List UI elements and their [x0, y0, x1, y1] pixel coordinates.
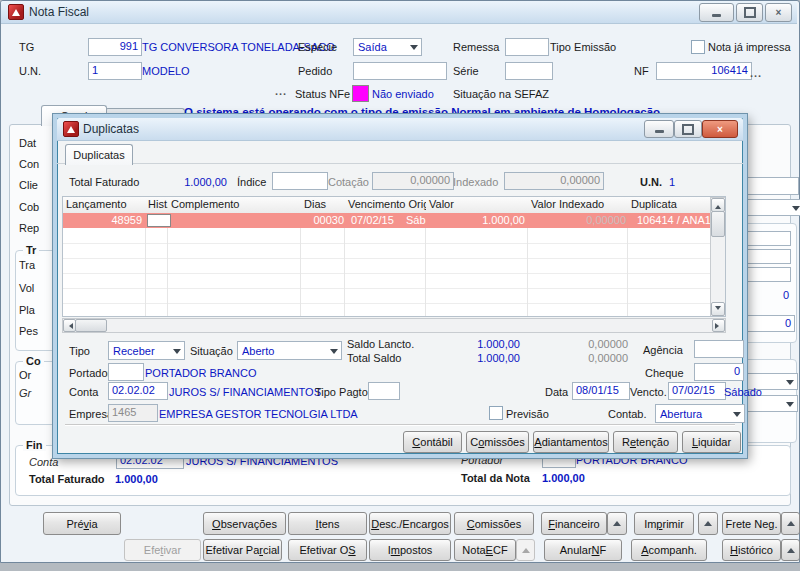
scroll-right-button[interactable] [712, 319, 725, 332]
agencia-input[interactable] [694, 340, 744, 358]
acompanh-button[interactable]: Acompanh. [631, 539, 707, 561]
col-header-dias[interactable]: Dias [301, 197, 349, 214]
dlg-un-label: U.N. [640, 176, 662, 188]
nota-impressa-checkbox[interactable] [691, 40, 705, 54]
nf-input[interactable]: 106414 [656, 62, 752, 80]
cotacao-input[interactable]: 0,00000 [372, 172, 454, 190]
contab-combo[interactable]: Abertura [655, 404, 745, 423]
main-title-bar[interactable]: Nota Fiscal × [1, 1, 797, 24]
scroll-up-button[interactable] [711, 198, 725, 212]
pedido-input[interactable] [353, 62, 447, 80]
bg-right-input-1[interactable] [743, 231, 791, 246]
bg-label-cobranca: Cob [19, 201, 55, 213]
nf-label: NF [634, 65, 649, 77]
previsao-checkbox[interactable] [489, 406, 503, 420]
frete-neg-menu-arrow[interactable] [781, 512, 800, 535]
vencto-input[interactable]: 07/02/15 [668, 382, 726, 400]
bg-right-combo[interactable] [745, 199, 800, 216]
pedido-label: Pedido [298, 65, 332, 77]
bg-right-zero-2[interactable]: 0 [743, 315, 795, 332]
financeiro-button[interactable]: Financeiro [541, 512, 607, 535]
arrow-up-icon [522, 544, 530, 553]
bg-total-nota-value: 1.000,00 [542, 472, 585, 484]
maximize-button[interactable] [736, 3, 763, 22]
dlg-conta-input[interactable]: 02.02.02 [108, 382, 168, 400]
close-button[interactable]: × [765, 3, 792, 22]
empresa-input[interactable]: 1465 [108, 404, 158, 422]
dlg-conta-description: JUROS S/ FINANCIAMENTOS [169, 386, 321, 398]
imprimir-menu-arrow[interactable] [698, 512, 718, 535]
historico-button[interactable]: Histórico [722, 539, 781, 561]
tg-input[interactable]: 991 [88, 38, 142, 56]
col-header-valor[interactable]: Valor [426, 197, 532, 214]
serie-input[interactable] [505, 62, 553, 80]
bg-group-financeiro-title: Fin [23, 439, 46, 451]
remessa-input[interactable] [505, 38, 549, 56]
dialog-title-bar[interactable]: Duplicatas × [57, 118, 743, 141]
cheque-label: Cheque [645, 367, 684, 379]
liquidar-button[interactable]: Liquidar [682, 431, 741, 453]
indice-input[interactable] [272, 172, 328, 190]
tipo-combo[interactable]: Receber [108, 341, 185, 360]
frete-neg-button[interactable]: Frete Neg. [722, 512, 781, 535]
dlg-portador-input[interactable] [108, 363, 144, 381]
impostos-button[interactable]: Impostos [369, 539, 451, 561]
col-header-vencimento-orig[interactable]: Vencimento Orig. [345, 197, 430, 214]
efetivar-os-button[interactable]: Efetivar OS [288, 539, 367, 561]
scroll-down-button[interactable] [711, 302, 725, 316]
dialog-close-button[interactable]: × [702, 120, 738, 138]
col-header-complemento[interactable]: Complemento [168, 197, 305, 214]
dlg-comissoes-button[interactable]: Comissões [466, 431, 529, 453]
historico-menu-arrow[interactable] [781, 539, 800, 561]
scroll-thumb[interactable] [711, 211, 725, 237]
un-input[interactable]: 1 [88, 62, 142, 80]
cheque-input[interactable]: 0 [694, 363, 744, 381]
chevron-down-icon [173, 349, 181, 358]
bg-right-input[interactable] [745, 177, 799, 195]
col-header-valor-indexado[interactable]: Valor Indexado [528, 197, 632, 214]
dialog-minimize-button[interactable] [644, 120, 674, 138]
itens-button[interactable]: Itens [288, 512, 367, 535]
chevron-down-icon [410, 45, 418, 54]
financeiro-menu-arrow[interactable] [607, 512, 627, 535]
grid-vertical-scrollbar[interactable] [710, 197, 726, 317]
bg-label-cliente: Clie [19, 179, 55, 191]
cell-dias: 00030 [301, 213, 347, 227]
indexado-input[interactable]: 0,00000 [504, 172, 604, 190]
bg-right-input-3[interactable] [743, 267, 791, 282]
cell-hist-edit[interactable] [147, 214, 171, 227]
anular-nf-button[interactable]: Anular NF [544, 539, 622, 561]
bg-label-peso: Pes [19, 325, 53, 337]
contabil-button[interactable]: Contábil [403, 431, 462, 453]
data-input[interactable]: 08/01/15 [572, 382, 630, 400]
comissoes-button[interactable]: Comissões [454, 512, 534, 535]
col-header-duplicata[interactable]: Duplicata [628, 197, 715, 214]
situacao-combo[interactable]: Aberto [237, 341, 342, 360]
minimize-button[interactable] [699, 3, 734, 22]
adiantamentos-button[interactable]: Adiantamentos [533, 431, 609, 453]
tipo-pagto-input[interactable] [368, 382, 400, 400]
nota-ecf-button[interactable]: Nota ECF [454, 539, 516, 561]
nota-ecf-menu-arrow[interactable] [516, 539, 535, 561]
table-row[interactable]: 48959 00030 07/02/15 Sáb 1.000,00 0,0000… [63, 213, 711, 228]
total-saldo-indexado: 0,00000 [557, 352, 628, 364]
efetivar-parcial-button[interactable]: Efetivar Parcial [203, 539, 282, 561]
previa-button[interactable]: Prévia [43, 512, 121, 535]
agencia-label: Agência [643, 344, 683, 356]
scroll-thumb[interactable] [75, 319, 107, 332]
nf-more-button[interactable]: ... [750, 67, 762, 79]
bg-right-input-2[interactable] [743, 249, 791, 264]
desc-encargos-button[interactable]: Desc./Encargos [369, 512, 451, 535]
imprimir-button[interactable]: Imprimir [634, 512, 694, 535]
observacoes-button[interactable]: Observações [203, 512, 286, 535]
col-header-lancamento[interactable]: Lançamento [63, 197, 149, 214]
dialog-maximize-button[interactable] [674, 120, 702, 138]
efetivar-button[interactable]: Efetivar [124, 539, 201, 561]
retencao-button[interactable]: Retenção [613, 431, 678, 453]
dialog-tab-duplicatas[interactable]: Duplicatas [65, 144, 133, 165]
grid-horizontal-scrollbar[interactable] [62, 318, 726, 333]
status-nfe-label: Status NFe [295, 88, 350, 100]
status-nfe-more-button[interactable]: ... [275, 85, 287, 97]
arrow-up-icon [715, 202, 721, 209]
especie-combo[interactable]: Saída [353, 38, 422, 56]
